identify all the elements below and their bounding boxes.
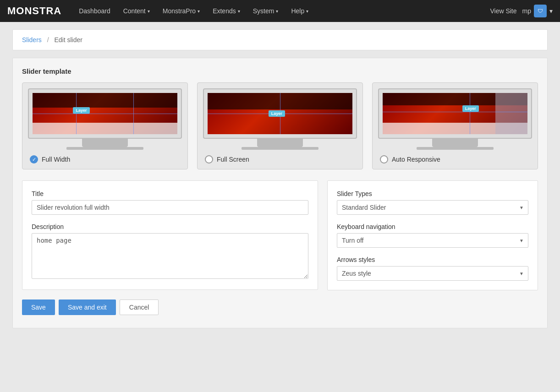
template-label-auto-responsive[interactable]: Auto Responsive xyxy=(378,155,440,163)
template-card-auto-responsive[interactable]: Layer Auto Responsive xyxy=(372,82,538,169)
radio-full-screen[interactable] xyxy=(205,155,213,163)
monitor-body: Layer xyxy=(28,88,182,139)
save-button[interactable]: Save xyxy=(22,299,55,315)
template-card-full-screen[interactable]: Layer Full Screen xyxy=(197,82,363,169)
extends-caret-icon: ▾ xyxy=(238,9,240,14)
keyboard-nav-group: Keyboard navigation Turn off Turn on xyxy=(337,223,528,248)
cancel-button[interactable]: Cancel xyxy=(120,299,159,315)
template-label-full-width[interactable]: Full Width xyxy=(28,155,70,163)
slider-types-select-wrapper: Standard Slider Hero Slider Carousel xyxy=(337,200,528,215)
arrows-select[interactable]: Zeus style Default Custom xyxy=(337,266,528,281)
description-textarea[interactable] xyxy=(32,233,308,279)
template-label-full-screen[interactable]: Full Screen xyxy=(203,155,249,163)
monitor-screen-3: Layer xyxy=(383,93,527,134)
breadcrumb: Sliders / Edit slider xyxy=(12,29,548,50)
layer-badge-3: Layer xyxy=(462,105,479,112)
slider-types-label: Slider Types xyxy=(337,190,528,197)
system-caret-icon: ▾ xyxy=(276,9,278,14)
arrows-select-wrapper: Zeus style Default Custom xyxy=(337,266,528,281)
save-exit-button[interactable]: Save and exit xyxy=(59,299,116,315)
nav-right: View Site mp 🛡 ▾ xyxy=(490,5,553,17)
user-avatar: 🛡 xyxy=(534,5,547,17)
breadcrumb-parent-link[interactable]: Sliders xyxy=(22,36,42,44)
keyboard-nav-label: Keyboard navigation xyxy=(337,223,528,230)
right-form-panel: Slider Types Standard Slider Hero Slider… xyxy=(327,180,538,290)
monitor-full-screen: Layer xyxy=(203,88,357,150)
title-input[interactable] xyxy=(32,200,308,215)
content-wrapper: Sliders / Edit slider Slider template xyxy=(5,22,555,336)
monitor-body-3: Layer xyxy=(378,88,532,139)
title-group: Title xyxy=(32,190,308,215)
slider-types-group: Slider Types Standard Slider Hero Slider… xyxy=(337,190,528,215)
keyboard-nav-select[interactable]: Turn off Turn on xyxy=(337,233,528,248)
section-title: Slider template xyxy=(22,67,538,75)
form-area: Title Description Slider Types xyxy=(22,180,538,290)
monitor-screen: Layer xyxy=(33,93,177,134)
username-label: mp xyxy=(522,7,531,15)
monitor-auto-responsive: Layer xyxy=(378,88,532,150)
layer-badge-1: Layer xyxy=(73,107,89,114)
title-label: Title xyxy=(32,190,308,197)
arrows-group: Arrows styles Zeus style Default Custom xyxy=(337,256,528,281)
breadcrumb-current: Edit slider xyxy=(54,36,82,44)
user-caret-icon: ▾ xyxy=(549,7,553,15)
brand-logo: MONSTRA xyxy=(7,5,61,17)
layer-badge-2: Layer xyxy=(269,110,285,117)
arrows-label: Arrows styles xyxy=(337,256,528,263)
monitor-full-width: Layer xyxy=(28,88,182,150)
keyboard-nav-select-wrapper: Turn off Turn on xyxy=(337,233,528,248)
left-panel: Title Description xyxy=(22,180,318,290)
view-site-link[interactable]: View Site xyxy=(490,7,516,15)
user-menu[interactable]: mp 🛡 ▾ xyxy=(522,5,553,17)
radio-full-width[interactable] xyxy=(30,155,38,163)
left-form-panel: Title Description xyxy=(22,180,318,290)
nav-system[interactable]: System ▾ xyxy=(247,0,285,22)
nav-extends[interactable]: Extends ▾ xyxy=(206,0,247,22)
template-card-full-width[interactable]: Layer Full Width xyxy=(22,82,188,169)
description-label: Description xyxy=(32,223,308,230)
nav-items: Dashboard Content ▾ MonstraPro ▾ Extends… xyxy=(72,0,490,22)
monstrapro-caret-icon: ▾ xyxy=(198,9,200,14)
right-panel: Slider Types Standard Slider Hero Slider… xyxy=(327,180,538,290)
radio-auto-responsive[interactable] xyxy=(380,155,388,163)
slider-types-select[interactable]: Standard Slider Hero Slider Carousel xyxy=(337,200,528,215)
nav-monstrapro[interactable]: MonstraPro ▾ xyxy=(156,0,206,22)
template-cards: Layer Full Width xyxy=(22,82,538,169)
nav-dashboard[interactable]: Dashboard xyxy=(72,0,117,22)
breadcrumb-separator: / xyxy=(47,36,49,44)
monitor-screen-2: Layer xyxy=(208,93,352,134)
monitor-body-2: Layer xyxy=(203,88,357,139)
description-group: Description xyxy=(32,223,308,280)
content-caret-icon: ▾ xyxy=(148,9,150,14)
nav-help[interactable]: Help ▾ xyxy=(285,0,315,22)
nav-content[interactable]: Content ▾ xyxy=(117,0,156,22)
footer-bar: Save Save and exit Cancel xyxy=(22,290,538,319)
help-caret-icon: ▾ xyxy=(306,9,308,14)
page-area: Slider template Layer xyxy=(12,58,548,328)
navbar: MONSTRA Dashboard Content ▾ MonstraPro ▾… xyxy=(0,0,560,22)
